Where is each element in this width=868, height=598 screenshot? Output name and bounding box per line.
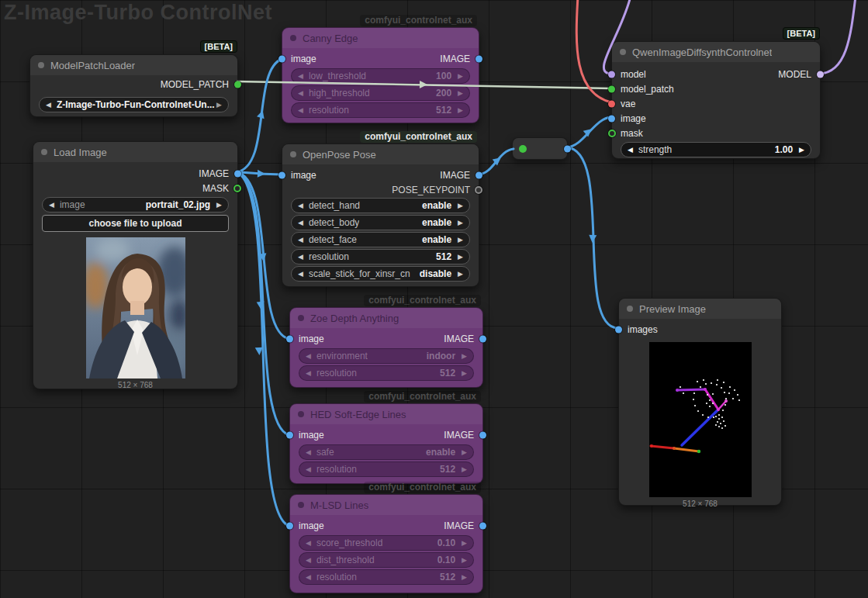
mask-output-slot[interactable] xyxy=(233,185,241,192)
increment-arrow-icon[interactable]: ▶ xyxy=(458,219,463,226)
node-mlsd-lines[interactable]: comfyui_controlnet_aux M-LSD Lines image… xyxy=(289,494,483,593)
collapsed-node[interactable] xyxy=(512,137,568,160)
node-header[interactable]: Zoe Depth Anything xyxy=(290,308,482,328)
image-input-slot[interactable] xyxy=(286,432,293,439)
vae-input-slot[interactable] xyxy=(608,100,615,107)
widget-safe[interactable]: ◀ safe enable ▶ xyxy=(299,444,474,460)
pose-keypoint-output-slot[interactable] xyxy=(475,186,482,194)
images-input-slot[interactable] xyxy=(615,326,622,333)
widget-resolution[interactable]: ◀ resolution 512 ▶ xyxy=(299,365,474,381)
decrement-arrow-icon[interactable]: ◀ xyxy=(298,73,303,80)
collapse-dot-icon[interactable] xyxy=(627,306,633,312)
increment-arrow-icon[interactable]: ▶ xyxy=(799,147,804,154)
widget-detect-body[interactable]: ◀ detect_body enable ▶ xyxy=(291,215,470,230)
decrement-arrow-icon[interactable]: ◀ xyxy=(298,237,303,244)
increment-arrow-icon[interactable]: ▶ xyxy=(462,370,467,377)
node-model-patch-loader[interactable]: [BETA] ModelPatchLoader MODEL_PATCH ◀ Z-… xyxy=(29,54,238,117)
node-header[interactable]: Canny Edge xyxy=(282,28,479,48)
widget-detect-face[interactable]: ◀ detect_face enable ▶ xyxy=(291,232,470,247)
node-header[interactable]: QwenImageDiffsynthControlnet xyxy=(612,42,820,62)
image-input-slot[interactable] xyxy=(278,56,285,63)
node-preview-image[interactable]: Preview Image images xyxy=(618,298,782,506)
collapse-dot-icon[interactable] xyxy=(298,502,304,508)
increment-arrow-icon[interactable]: ▶ xyxy=(216,102,222,109)
decrement-arrow-icon[interactable]: ◀ xyxy=(306,540,311,547)
decrement-arrow-icon[interactable]: ◀ xyxy=(306,353,311,360)
increment-arrow-icon[interactable]: ▶ xyxy=(216,202,222,209)
increment-arrow-icon[interactable]: ▶ xyxy=(458,90,463,97)
model-output-slot[interactable] xyxy=(817,71,824,78)
image-output-slot[interactable] xyxy=(234,170,241,177)
widget-scale-stick[interactable]: ◀ scale_stick_for_xinsr_cn disable ▶ xyxy=(291,266,470,282)
node-qwen-image-diffsynth-controlnet[interactable]: [BETA] QwenImageDiffsynthControlnet mode… xyxy=(611,41,821,159)
image-input-slot[interactable] xyxy=(286,523,293,530)
node-header[interactable]: Load Image xyxy=(33,142,237,162)
collapse-dot-icon[interactable] xyxy=(41,149,47,155)
widget-detect-hand[interactable]: ◀ detect_hand enable ▶ xyxy=(291,198,470,213)
widget-dist-threshold[interactable]: ◀ dist_threshold 0.10 ▶ xyxy=(299,552,474,568)
node-header[interactable]: Preview Image xyxy=(619,299,781,319)
node-canny-edge[interactable]: comfyui_controlnet_aux Canny Edge image … xyxy=(282,27,479,123)
increment-arrow-icon[interactable]: ▶ xyxy=(458,237,463,244)
decrement-arrow-icon[interactable]: ◀ xyxy=(628,147,633,154)
image-input-slot[interactable] xyxy=(608,115,615,122)
increment-arrow-icon[interactable]: ▶ xyxy=(458,271,463,278)
node-header[interactable]: ModelPatchLoader xyxy=(30,55,237,75)
increment-arrow-icon[interactable]: ▶ xyxy=(462,353,467,360)
increment-arrow-icon[interactable]: ▶ xyxy=(458,73,463,80)
widget-resolution[interactable]: ◀ resolution 512 ▶ xyxy=(299,461,474,477)
model-patch-combo-widget[interactable]: ◀ Z-Image-Turbo-Fun-Controlnet-Un... ▶ xyxy=(39,97,229,112)
widget-resolution[interactable]: ◀ resolution 512 ▶ xyxy=(291,249,470,264)
widget-environment[interactable]: ◀ environment indoor ▶ xyxy=(299,348,474,364)
decrement-arrow-icon[interactable]: ◀ xyxy=(298,107,303,114)
decrement-arrow-icon[interactable]: ◀ xyxy=(298,90,303,97)
node-header[interactable]: HED Soft-Edge Lines xyxy=(290,404,482,424)
image-output-slot[interactable] xyxy=(479,523,486,530)
image-output-slot[interactable] xyxy=(475,56,482,63)
decrement-arrow-icon[interactable]: ◀ xyxy=(306,466,311,473)
widget-high-threshold[interactable]: ◀ high_threshold 200 ▶ xyxy=(291,85,470,101)
model-input-slot[interactable] xyxy=(608,71,615,78)
image-output-slot[interactable] xyxy=(475,172,482,179)
decrement-arrow-icon[interactable]: ◀ xyxy=(298,271,303,278)
decrement-arrow-icon[interactable]: ◀ xyxy=(306,574,311,581)
increment-arrow-icon[interactable]: ▶ xyxy=(462,557,467,564)
increment-arrow-icon[interactable]: ▶ xyxy=(462,466,467,473)
image-input-slot[interactable] xyxy=(278,172,285,179)
decrement-arrow-icon[interactable]: ◀ xyxy=(298,254,303,261)
increment-arrow-icon[interactable]: ▶ xyxy=(458,107,463,114)
node-zoe-depth-anything[interactable]: comfyui_controlnet_aux Zoe Depth Anythin… xyxy=(289,307,483,388)
decrement-arrow-icon[interactable]: ◀ xyxy=(49,202,54,209)
node-header[interactable]: M-LSD Lines xyxy=(290,495,482,515)
node-load-image[interactable]: Load Image IMAGE MASK ◀ image portrait_0… xyxy=(33,141,238,389)
collapse-dot-icon[interactable] xyxy=(620,49,626,55)
widget-strength[interactable]: ◀ strength 1.00 ▶ xyxy=(621,142,811,157)
increment-arrow-icon[interactable]: ▶ xyxy=(462,540,467,547)
increment-arrow-icon[interactable]: ▶ xyxy=(458,254,463,261)
increment-arrow-icon[interactable]: ▶ xyxy=(462,449,467,456)
node-header[interactable]: OpenPose Pose xyxy=(282,144,479,164)
widget-score-threshold[interactable]: ◀ score_threshold 0.10 ▶ xyxy=(299,535,474,551)
increment-arrow-icon[interactable]: ▶ xyxy=(462,574,467,581)
image-output-slot[interactable] xyxy=(479,432,486,439)
image-file-combo-widget[interactable]: ◀ image portrait_02.jpg ▶ xyxy=(42,197,229,213)
decrement-arrow-icon[interactable]: ◀ xyxy=(46,102,51,109)
model-patch-input-slot[interactable] xyxy=(608,85,615,92)
increment-arrow-icon[interactable]: ▶ xyxy=(458,202,463,209)
collapse-dot-icon[interactable] xyxy=(298,411,304,417)
widget-resolution[interactable]: ◀ resolution 512 ▶ xyxy=(299,569,474,585)
widget-low-threshold[interactable]: ◀ low_threshold 100 ▶ xyxy=(291,68,470,84)
collapse-dot-icon[interactable] xyxy=(38,62,44,68)
decrement-arrow-icon[interactable]: ◀ xyxy=(306,370,311,377)
choose-file-button[interactable]: choose file to upload xyxy=(42,215,229,232)
collapse-dot-icon[interactable] xyxy=(298,315,304,321)
node-graph-canvas[interactable]: Z-Image-Turbo ControlNet [BETA] ModelPat… xyxy=(0,0,868,598)
collapse-dot-icon[interactable] xyxy=(290,35,296,41)
image-output-slot[interactable] xyxy=(479,336,486,343)
node-openpose-pose[interactable]: comfyui_controlnet_aux OpenPose Pose ima… xyxy=(282,143,479,287)
decrement-arrow-icon[interactable]: ◀ xyxy=(306,449,311,456)
collapse-toggle-icon[interactable] xyxy=(519,145,527,153)
node-hed-soft-edge-lines[interactable]: comfyui_controlnet_aux HED Soft-Edge Lin… xyxy=(289,403,483,484)
image-input-slot[interactable] xyxy=(286,336,293,343)
model-patch-output-slot[interactable] xyxy=(234,81,241,88)
